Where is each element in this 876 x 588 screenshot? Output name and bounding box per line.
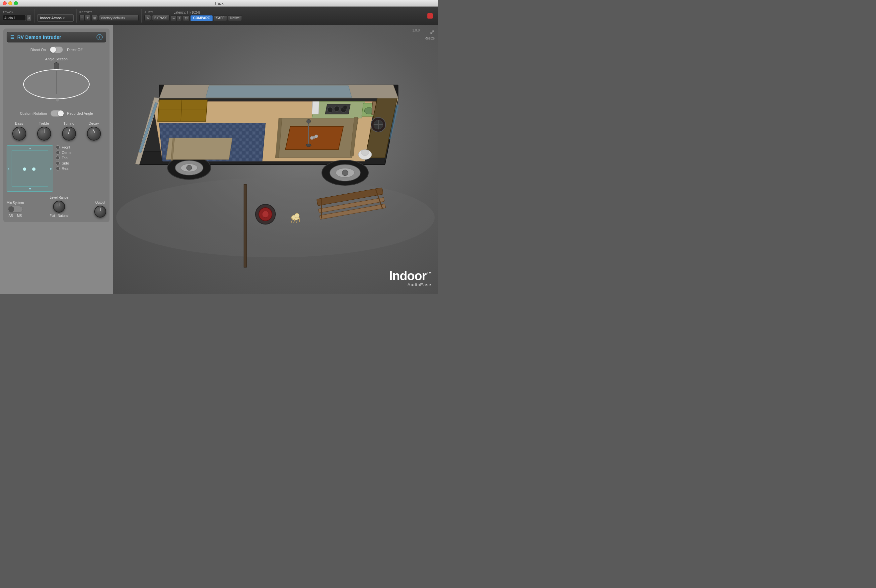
preset-select[interactable]: <factory default> [99, 15, 139, 21]
safe-button[interactable]: SAFE [214, 15, 227, 21]
resize-button[interactable]: ⤢ Resize [424, 28, 435, 40]
channel-center-radio[interactable] [56, 151, 60, 154]
level-range-knob[interactable] [53, 201, 65, 213]
track-name-input[interactable] [3, 15, 26, 21]
bottom-controls: Mic System AB MS Level Range Flat N [7, 194, 106, 219]
version-display: 1.0.0 [412, 28, 420, 32]
daw-toolbar: Track a Indoor Atmos Preset − + ⊞ <facto… [0, 7, 438, 25]
bass-label: Bass [15, 122, 23, 125]
tuning-knob-item: Tuning [62, 122, 76, 141]
plugin-row: Indoor Atmos [37, 10, 74, 21]
menu-icon[interactable]: ☰ [10, 34, 15, 40]
treble-knob-item: Treble [37, 122, 51, 141]
svg-point-45 [307, 119, 311, 123]
track-section: Track a [3, 10, 32, 21]
preset-plus-button[interactable]: + [85, 15, 90, 21]
channel-rear-radio[interactable] [56, 166, 60, 171]
level-range-ctrl: Level Range Flat Natural [50, 196, 68, 218]
decay-knob[interactable] [87, 127, 101, 141]
level-range-label: Level Range [50, 196, 68, 200]
record-indicator [427, 13, 433, 19]
plugin-header: ☰ RV Damon Intruder i [7, 32, 106, 42]
resize-label: Resize [424, 36, 435, 40]
tuning-knob[interactable] [62, 127, 76, 141]
rotation-row: Custom Rotation Recorded Angle [7, 110, 106, 117]
spatial-pad[interactable]: ◂ ▸ ▴ ▾ [7, 145, 53, 192]
plugin-dropdown[interactable]: Indoor Atmos [37, 14, 74, 21]
angle-display [7, 61, 106, 108]
channel-center[interactable]: Center [56, 151, 106, 154]
direct-toggle-row: Direct On Direct Off [7, 46, 106, 53]
latency-display: Latency: H (1024) [171, 10, 242, 14]
mic-toggle-labels: AB MS [9, 214, 22, 218]
mic-system-toggle[interactable] [8, 206, 23, 213]
angle-section: Angle Section [7, 57, 106, 108]
rotation-toggle[interactable] [50, 110, 64, 117]
latency-icon-button[interactable]: ⊡ [183, 15, 189, 21]
preset-section: Preset − + ⊞ <factory default> [79, 10, 139, 21]
auto-write-button[interactable]: ✎ [144, 15, 151, 21]
svg-point-43 [361, 150, 369, 156]
custom-rotation-label: Custom Rotation [20, 111, 47, 116]
channel-side-radio[interactable] [56, 161, 60, 165]
channel-side[interactable]: Side [56, 161, 106, 165]
channel-top-radio[interactable] [56, 156, 60, 160]
compare-button[interactable]: COMPARE [191, 15, 212, 21]
spatial-arrow-bottom-icon[interactable]: ▾ [29, 187, 31, 191]
title-bar: Track [0, 0, 438, 7]
preset-copy-button[interactable]: ⊞ [91, 15, 98, 21]
spatial-pad-inner [12, 150, 48, 187]
preset-stepper: − + [79, 15, 90, 21]
title-bar-title: Track [214, 2, 223, 5]
level-flat-label: Flat [50, 214, 55, 218]
svg-point-41 [342, 170, 348, 176]
resize-icon: ⤢ [430, 28, 435, 36]
direct-toggle[interactable] [50, 46, 63, 53]
auto-section: Auto ✎ BYPASS [144, 10, 170, 21]
main-content: ☰ RV Damon Intruder i Direct On Direct O… [0, 25, 438, 294]
channel-top[interactable]: Top [56, 156, 106, 160]
svg-point-14 [328, 107, 333, 112]
channel-rear[interactable]: Rear [56, 166, 106, 171]
traffic-lights [3, 2, 18, 5]
bass-knob[interactable] [12, 127, 26, 141]
separator-2 [76, 9, 77, 22]
preset-minus-button[interactable]: − [79, 15, 85, 21]
track-label: Track [3, 10, 32, 14]
channel-side-label: Side [62, 161, 69, 165]
spatial-arrow-right-icon[interactable]: ▸ [50, 167, 52, 171]
spatial-arrow-top-icon[interactable]: ▴ [29, 146, 31, 150]
maximize-button[interactable] [14, 2, 18, 5]
minimize-button[interactable] [8, 2, 12, 5]
channel-list: Front Center Top Side [56, 145, 106, 171]
direct-toggle-thumb [50, 47, 56, 53]
decay-knob-item: Decay [87, 122, 101, 141]
mic-system-thumb [8, 206, 14, 212]
level-natural-label: Natural [58, 214, 68, 218]
channel-front[interactable]: Front [56, 145, 106, 149]
separator-1 [34, 9, 35, 22]
spatial-row: ◂ ▸ ▴ ▾ Front Center T [7, 145, 106, 192]
spatial-arrow-left-icon[interactable]: ◂ [8, 167, 9, 171]
svg-point-0 [116, 178, 435, 257]
svg-point-17 [343, 105, 347, 110]
treble-knob[interactable] [37, 127, 51, 141]
bass-knob-item: Bass [12, 122, 26, 141]
mic-system-ctrl: Mic System AB MS [7, 201, 24, 218]
output-knob[interactable] [94, 206, 106, 218]
mic-system-label: Mic System [7, 201, 24, 205]
bypass-button[interactable]: BYPASS [152, 15, 170, 21]
watermark-title: Indoor™ [389, 270, 431, 282]
svg-marker-33 [206, 86, 352, 98]
channel-front-radio[interactable] [56, 145, 60, 149]
latency-plus-button[interactable]: + [177, 15, 182, 21]
native-button[interactable]: Native [228, 15, 242, 21]
close-button[interactable] [3, 2, 7, 5]
direct-on-label: Direct On [30, 48, 46, 52]
svg-rect-69 [244, 184, 246, 267]
svg-marker-51 [312, 102, 319, 114]
latency-minus-button[interactable]: − [171, 15, 176, 21]
separator-3 [141, 9, 142, 22]
latency-section: Latency: H (1024) − + ⊡ COMPARE SAFE Nat… [171, 10, 242, 21]
info-button[interactable]: i [96, 34, 102, 40]
